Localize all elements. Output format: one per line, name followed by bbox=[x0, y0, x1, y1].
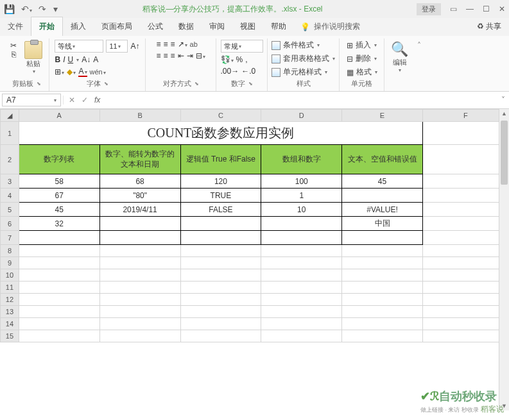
cell[interactable] bbox=[19, 257, 99, 269]
undo-icon[interactable]: ↶▾ bbox=[21, 4, 32, 14]
row-header[interactable]: 12 bbox=[1, 294, 19, 306]
delete-cells-button[interactable]: ⊟删除▾ bbox=[347, 53, 377, 64]
col-header[interactable]: F bbox=[422, 110, 508, 122]
font-color-icon[interactable]: A▾ bbox=[78, 67, 87, 77]
row-header[interactable]: 10 bbox=[1, 269, 19, 281]
col-header[interactable]: C bbox=[180, 110, 261, 122]
cell[interactable]: FALSE bbox=[180, 203, 261, 217]
cell[interactable] bbox=[422, 189, 508, 203]
paste-main[interactable]: 粘贴 ▾ bbox=[22, 40, 45, 76]
increase-font2-icon[interactable]: A bbox=[93, 55, 98, 64]
cell[interactable] bbox=[180, 281, 261, 294]
cell[interactable] bbox=[99, 257, 180, 269]
cell[interactable] bbox=[19, 330, 99, 342]
cell[interactable]: 58 bbox=[19, 174, 99, 189]
col-header[interactable]: A bbox=[19, 110, 99, 122]
cell[interactable] bbox=[342, 318, 423, 330]
cell[interactable]: 67 bbox=[19, 189, 99, 203]
table-header[interactable]: 数字、能转为数字的文本和日期 bbox=[99, 145, 180, 174]
cell[interactable] bbox=[342, 257, 423, 269]
table-header[interactable]: 数组和数字 bbox=[261, 145, 342, 174]
row-header[interactable]: 13 bbox=[1, 306, 19, 318]
row-header[interactable]: 1 bbox=[1, 122, 19, 145]
cell[interactable]: 120 bbox=[180, 174, 261, 189]
cell[interactable] bbox=[99, 245, 180, 257]
cell[interactable] bbox=[422, 145, 508, 174]
tab-home[interactable]: 开始 bbox=[31, 17, 63, 36]
table-header[interactable]: 文本、空值和错误值 bbox=[342, 145, 423, 174]
cell[interactable]: 2019/4/11 bbox=[99, 203, 180, 217]
dialog-launcher-icon[interactable]: ⬊ bbox=[104, 81, 108, 87]
cancel-formula-icon[interactable]: ✕ bbox=[69, 96, 75, 105]
table-header[interactable]: 逻辑值 True 和False bbox=[180, 145, 261, 174]
cell[interactable] bbox=[422, 122, 508, 145]
cell[interactable] bbox=[422, 330, 508, 342]
row-header[interactable]: 6 bbox=[1, 217, 19, 231]
cell[interactable] bbox=[19, 306, 99, 318]
cell[interactable] bbox=[19, 269, 99, 281]
row-header[interactable]: 9 bbox=[1, 257, 19, 269]
align-bottom-icon[interactable]: ≡ bbox=[171, 40, 175, 49]
cell[interactable] bbox=[180, 245, 261, 257]
cell[interactable] bbox=[99, 269, 180, 281]
accounting-icon[interactable]: 💱▾ bbox=[221, 55, 234, 64]
increase-decimal-icon[interactable]: .00→ bbox=[221, 67, 239, 76]
collapse-ribbon-icon[interactable]: ˄ bbox=[415, 38, 424, 53]
cell[interactable] bbox=[422, 245, 508, 257]
ribbon-options-icon[interactable]: ▭ bbox=[450, 4, 457, 13]
wrap-text-button[interactable]: ab bbox=[190, 40, 198, 48]
cell[interactable] bbox=[422, 306, 508, 318]
cell[interactable] bbox=[19, 281, 99, 294]
tab-view[interactable]: 视图 bbox=[232, 17, 263, 36]
border-icon[interactable]: ⊞▾ bbox=[55, 67, 64, 76]
bold-button[interactable]: B bbox=[55, 55, 60, 64]
align-top-icon[interactable]: ≡ bbox=[156, 40, 160, 49]
tab-help[interactable]: 帮助 bbox=[263, 17, 294, 36]
font-name-select[interactable]: 等线▾ bbox=[55, 40, 103, 53]
row-header[interactable]: 11 bbox=[1, 281, 19, 294]
col-header[interactable]: E bbox=[342, 110, 423, 122]
decrease-decimal-icon[interactable]: ←.0 bbox=[241, 67, 255, 76]
login-button[interactable]: 登录 bbox=[417, 3, 441, 15]
align-center-icon[interactable]: ≡ bbox=[163, 51, 168, 60]
dialog-launcher-icon[interactable]: ⬊ bbox=[37, 81, 41, 87]
increase-font-icon[interactable]: A↑ bbox=[130, 42, 139, 51]
spreadsheet-grid[interactable]: ◢ A B C D E F 1COUNT函数参数应用实例2数字列表数字、能转为数… bbox=[0, 109, 509, 410]
row-header[interactable]: 14 bbox=[1, 318, 19, 330]
cell[interactable] bbox=[180, 306, 261, 318]
cell[interactable]: 100 bbox=[261, 174, 342, 189]
redo-icon[interactable]: ↷ bbox=[39, 4, 46, 14]
cell[interactable] bbox=[261, 294, 342, 306]
tab-data[interactable]: 数据 bbox=[171, 17, 202, 36]
minimize-icon[interactable]: — bbox=[466, 4, 474, 13]
cell[interactable] bbox=[342, 306, 423, 318]
phonetic-button[interactable]: wén▾ bbox=[90, 68, 106, 76]
cell[interactable] bbox=[342, 330, 423, 342]
fx-icon[interactable]: fx bbox=[94, 96, 100, 105]
cell[interactable] bbox=[261, 330, 342, 342]
cell[interactable]: "80" bbox=[99, 189, 180, 203]
copy-icon[interactable]: ⎘ bbox=[12, 50, 16, 59]
tab-formulas[interactable]: 公式 bbox=[140, 17, 171, 36]
cell[interactable] bbox=[180, 231, 261, 245]
cell[interactable] bbox=[422, 281, 508, 294]
cell[interactable] bbox=[422, 318, 508, 330]
align-middle-icon[interactable]: ≡ bbox=[163, 40, 168, 49]
cell[interactable]: TRUE bbox=[180, 189, 261, 203]
cell[interactable] bbox=[261, 318, 342, 330]
cell[interactable] bbox=[422, 231, 508, 245]
paste-button[interactable]: ✂ ⎘ bbox=[8, 40, 19, 60]
decrease-indent-icon[interactable]: ⇤ bbox=[178, 51, 184, 60]
maximize-icon[interactable]: ☐ bbox=[483, 4, 490, 13]
conditional-format-button[interactable]: 条件格式▾ bbox=[272, 40, 320, 51]
tab-file[interactable]: 文件 bbox=[0, 17, 31, 36]
cell[interactable] bbox=[180, 269, 261, 281]
cell[interactable] bbox=[342, 245, 423, 257]
font-size-select[interactable]: 11▾ bbox=[106, 40, 128, 53]
row-header[interactable]: 15 bbox=[1, 330, 19, 342]
cell[interactable] bbox=[261, 269, 342, 281]
cell[interactable] bbox=[342, 281, 423, 294]
cell[interactable] bbox=[19, 318, 99, 330]
share-button[interactable]: ♻ 共享 bbox=[469, 17, 509, 36]
cell[interactable]: 中国 bbox=[342, 217, 423, 231]
